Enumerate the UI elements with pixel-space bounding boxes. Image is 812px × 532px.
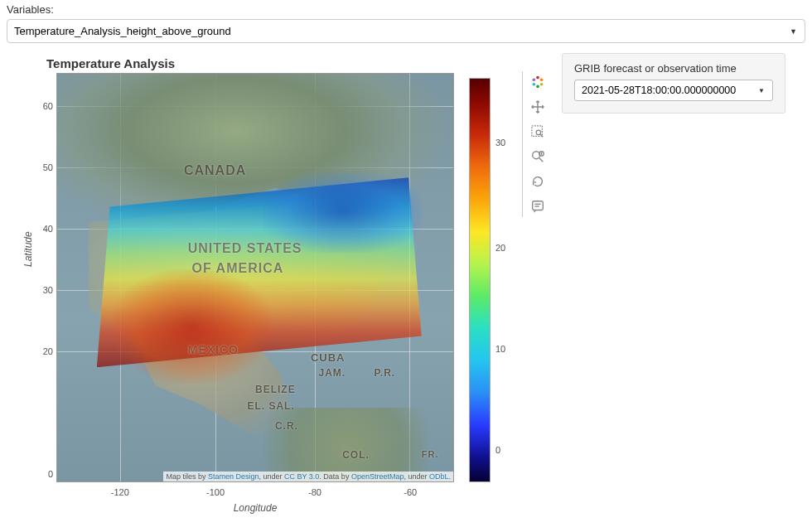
box-zoom-icon[interactable] [529, 123, 547, 141]
map-label-canada: CANADA [184, 163, 246, 178]
svg-point-7 [536, 130, 540, 134]
svg-point-4 [532, 83, 535, 86]
map-frame[interactable]: CANADA UNITED STATES OF AMERICA MEXICO C… [56, 73, 454, 482]
x-axis-label: Longitude [234, 502, 278, 514]
svg-point-5 [532, 79, 535, 82]
main-row: Temperature Analysis 0 20 30 40 50 60 La… [0, 46, 812, 532]
plot-title: Temperature Analysis [46, 56, 175, 70]
map-label-jam: JAM. [318, 367, 346, 379]
map-label-fr: FR. [422, 449, 439, 459]
x-tick: -120 [111, 487, 129, 497]
attr-link-stamen[interactable]: Stamen Design [208, 472, 259, 481]
pan-icon[interactable] [529, 98, 547, 116]
map-label-usa: UNITED STATES [188, 241, 302, 256]
map-label-usa: OF AMERICA [192, 261, 284, 276]
map-label-pr: P.R. [374, 367, 395, 379]
y-tick: 40 [43, 224, 53, 234]
attr-link-odbl[interactable]: ODbL [429, 472, 449, 481]
svg-rect-13 [532, 201, 543, 210]
hover-icon[interactable] [529, 197, 547, 215]
svg-point-1 [539, 79, 543, 82]
map-label-cr: C.R. [275, 420, 298, 432]
y-tick: 0 [48, 469, 53, 479]
time-select-wrap: 2021-05-28T18:00:00.000000000 [574, 80, 773, 101]
time-select[interactable]: 2021-05-28T18:00:00.000000000 [574, 80, 773, 101]
wheel-zoom-icon[interactable] [529, 148, 547, 166]
x-tick: -100 [206, 487, 225, 497]
attr-text: . Data by [319, 472, 351, 481]
side-panel: GRIB forecast or observation time 2021-0… [562, 53, 785, 114]
y-tick: 50 [43, 162, 53, 172]
x-axis: -120 -100 -80 -60 Longitude [56, 484, 454, 517]
svg-line-10 [539, 157, 543, 162]
y-axis: 0 20 30 40 50 60 Latitude [30, 73, 55, 482]
reset-icon[interactable] [529, 172, 547, 191]
colorbar-tick: 10 [495, 344, 505, 354]
variables-label: Variables: [7, 3, 805, 16]
map-label-belize: BELIZE [255, 384, 296, 395]
plot-toolbar [522, 71, 547, 217]
map-label-col: COL. [342, 449, 370, 461]
bokeh-logo-icon[interactable] [529, 73, 547, 91]
map-label-elsal: EL. SAL. [247, 400, 294, 412]
temperature-overlay-hot [113, 269, 271, 384]
colorbar-tick: 30 [495, 138, 505, 148]
svg-point-0 [536, 76, 539, 80]
time-select-label: GRIB forecast or observation time [574, 62, 773, 75]
y-tick: 60 [43, 101, 53, 111]
attr-link-cc[interactable]: CC BY 3.0 [284, 472, 319, 481]
attr-link-osm[interactable]: OpenStreetMap [351, 472, 404, 481]
y-axis-label: Latitude [22, 231, 34, 267]
attr-text: , under [259, 472, 284, 481]
colorbar-tick: 20 [495, 243, 505, 253]
attr-text: , under [404, 472, 429, 481]
variables-select[interactable]: Temperature_Analysis_height_above_ground [7, 19, 805, 43]
variables-select-wrap: Temperature_Analysis_height_above_ground [7, 19, 805, 43]
x-tick: -60 [404, 487, 417, 497]
y-tick: 20 [43, 346, 53, 356]
variables-section: Variables: Temperature_Analysis_height_a… [0, 0, 812, 46]
colorbar-ticks: 30 20 10 0 [495, 78, 515, 482]
plot-area: Temperature Analysis 0 20 30 40 50 60 La… [7, 53, 553, 532]
svg-point-3 [536, 85, 539, 89]
map-attribution: Map tiles by Stamen Design, under CC BY … [163, 472, 453, 481]
svg-point-2 [539, 83, 543, 86]
map-label-cuba: CUBA [311, 351, 346, 364]
map-label-mexico: MEXICO [188, 343, 239, 356]
attr-text: Map tiles by [166, 472, 208, 481]
colorbar [469, 78, 491, 482]
x-tick: -80 [308, 487, 321, 497]
y-tick: 30 [43, 285, 53, 295]
colorbar-tick: 0 [495, 445, 500, 455]
